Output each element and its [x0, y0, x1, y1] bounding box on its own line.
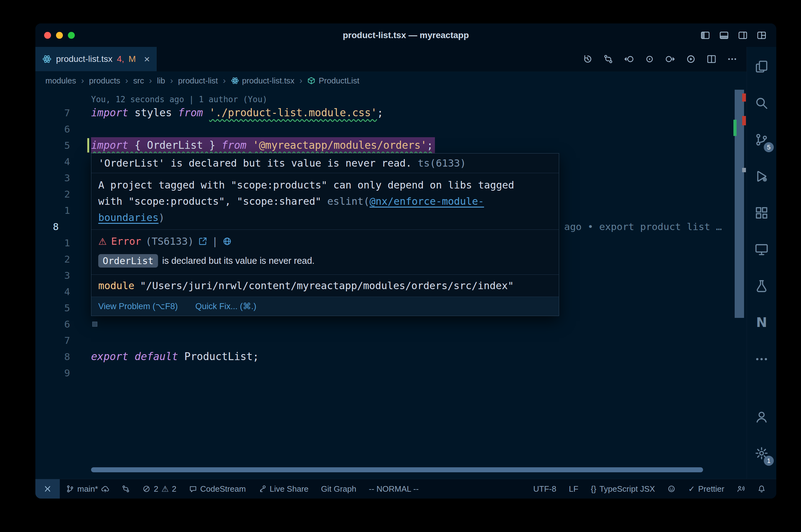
previous-change-icon[interactable] — [624, 54, 634, 64]
sidebar-item-extensions[interactable] — [747, 194, 776, 231]
sidebar-item-nx-console[interactable]: N — [747, 304, 776, 341]
breadcrumb-file[interactable]: product-list.tsx — [231, 76, 295, 86]
sidebar-item-testing[interactable] — [747, 268, 776, 304]
cursor-marker — [742, 168, 746, 172]
announcement-item[interactable] — [731, 485, 751, 493]
hover-resize-handle[interactable] — [92, 322, 97, 327]
view-problem-link[interactable]: View Problem (⌥F8) — [98, 301, 178, 311]
feedback-smiley-item[interactable] — [661, 485, 682, 493]
live-share-icon — [258, 485, 267, 493]
line-number[interactable]: 9 — [35, 365, 89, 381]
encoding-item[interactable]: UTF-8 — [527, 484, 563, 494]
overview-ruler — [732, 90, 747, 479]
live-share-item[interactable]: Live Share — [252, 484, 315, 494]
line-number[interactable]: 3 — [35, 267, 89, 284]
breadcrumb-symbol-productlist[interactable]: ProductList — [307, 76, 359, 86]
horizontal-scrollbar[interactable] — [91, 467, 703, 472]
check-icon: ✓ — [688, 484, 695, 494]
git-graph-item[interactable]: Git Graph — [315, 484, 363, 494]
tab-product-list[interactable]: product-list.tsx 4, M × — [35, 47, 157, 71]
toggle-panel-icon[interactable] — [719, 31, 729, 40]
breadcrumb-lib[interactable]: lib — [157, 76, 165, 86]
sidebar-item-settings[interactable]: 1 — [747, 435, 776, 471]
line-number[interactable]: 2 — [35, 186, 89, 202]
code-row[interactable]: 7import styles from './product-list.modu… — [35, 105, 747, 121]
split-editor-icon[interactable] — [707, 54, 716, 64]
line-text[interactable]: export default ProductList; — [91, 348, 261, 365]
line-number[interactable]: 8 — [35, 348, 89, 365]
git-branch-item[interactable]: main* — [60, 484, 115, 494]
problems-item[interactable]: 2 ⚠ 2 — [136, 484, 182, 494]
eol-item[interactable]: LF — [563, 484, 584, 494]
open-change-icon[interactable] — [644, 54, 655, 64]
smiley-icon — [668, 485, 675, 493]
code-row[interactable]: 6 — [35, 121, 747, 137]
customize-layout-icon[interactable] — [757, 31, 766, 40]
line-number[interactable]: 6 — [35, 316, 89, 332]
remote-icon — [43, 484, 52, 494]
line-number[interactable]: 5 — [35, 300, 89, 316]
breadcrumb-products[interactable]: products — [89, 76, 121, 86]
external-link-icon[interactable] — [198, 236, 207, 246]
sidebar-item-source-control[interactable]: 5 — [747, 121, 776, 158]
sidebar-item-remote-explorer[interactable] — [747, 231, 776, 268]
globe-icon[interactable] — [222, 236, 232, 246]
line-text[interactable]: import { OrderList } from '@myreactapp/m… — [91, 137, 435, 153]
minimize-window-button[interactable] — [56, 32, 63, 39]
line-number[interactable]: 7 — [35, 105, 89, 121]
zoom-window-button[interactable] — [68, 32, 75, 39]
sidebar-item-account[interactable] — [747, 398, 776, 435]
line-number[interactable]: 1 — [35, 202, 89, 218]
nx-rule-link[interactable]: boundaries — [98, 212, 159, 224]
line-number[interactable]: 4 — [35, 284, 89, 300]
line-number[interactable]: 4 — [35, 153, 89, 170]
codestream-item[interactable]: CodeStream — [183, 484, 252, 494]
symbol-module-icon — [307, 77, 315, 85]
code-row[interactable]: 5import { OrderList } from '@myreactapp/… — [35, 137, 747, 153]
toggle-secondary-sidebar-icon[interactable] — [738, 31, 747, 40]
line-number[interactable]: 1 — [35, 235, 89, 251]
breadcrumb-modules[interactable]: modules — [45, 76, 76, 86]
code-row[interactable]: 9 — [35, 365, 747, 381]
window-title: product-list.tsx — myreactapp — [35, 30, 776, 40]
line-number[interactable]: 5 — [35, 137, 89, 153]
tab-close-icon[interactable]: × — [144, 54, 150, 64]
line-number[interactable]: 2 — [35, 251, 89, 267]
next-change-icon[interactable] — [665, 54, 675, 64]
code-row[interactable]: 7 — [35, 332, 747, 348]
timeline-history-icon[interactable] — [583, 54, 593, 64]
sidebar-item-search[interactable] — [747, 85, 776, 121]
quick-fix-link[interactable]: Quick Fix... (⌘.) — [195, 301, 256, 311]
braces-icon: {} — [591, 484, 596, 494]
line-text[interactable]: import styles from './product-list.modul… — [91, 105, 385, 121]
hover-ts-message: 'OrderList' is declared but its value is… — [91, 153, 559, 173]
compare-changes-icon[interactable] — [603, 54, 613, 64]
code-editor[interactable]: You, 12 seconds ago | 1 author (You) 7im… — [35, 90, 747, 479]
more-actions-icon[interactable] — [727, 54, 737, 64]
sidebar-item-more-views[interactable] — [747, 341, 776, 377]
close-window-button[interactable] — [44, 32, 51, 39]
sidebar-item-run-debug[interactable] — [747, 158, 776, 194]
code-row[interactable]: 6 — [35, 316, 747, 332]
codelens-blame[interactable]: You, 12 seconds ago | 1 author (You) — [35, 90, 747, 105]
breadcrumb-src[interactable]: src — [133, 76, 144, 86]
git-compare-icon — [122, 485, 130, 493]
git-modified-gutter — [87, 138, 89, 153]
language-mode-item[interactable]: {} TypeScript JSX — [584, 484, 661, 494]
breadcrumb-product-list[interactable]: product-list — [178, 76, 218, 86]
line-number[interactable]: 8 — [35, 218, 89, 235]
notifications-item[interactable] — [751, 485, 772, 493]
remote-indicator[interactable] — [35, 479, 60, 498]
prettier-item[interactable]: ✓ Prettier — [682, 484, 731, 494]
line-number[interactable]: 7 — [35, 332, 89, 348]
line-number[interactable]: 3 — [35, 170, 89, 186]
run-file-icon[interactable] — [686, 54, 696, 64]
code-row[interactable]: 8export default ProductList; — [35, 348, 747, 365]
line-number[interactable]: 6 — [35, 121, 89, 137]
toggle-primary-sidebar-icon[interactable] — [700, 31, 710, 40]
ellipsis-icon — [755, 352, 768, 366]
nx-console-icon: N — [756, 315, 767, 330]
compare-item[interactable] — [115, 485, 136, 493]
nx-rule-link[interactable]: @nx/enforce-module- — [369, 195, 484, 207]
sidebar-item-explorer[interactable] — [747, 48, 776, 85]
